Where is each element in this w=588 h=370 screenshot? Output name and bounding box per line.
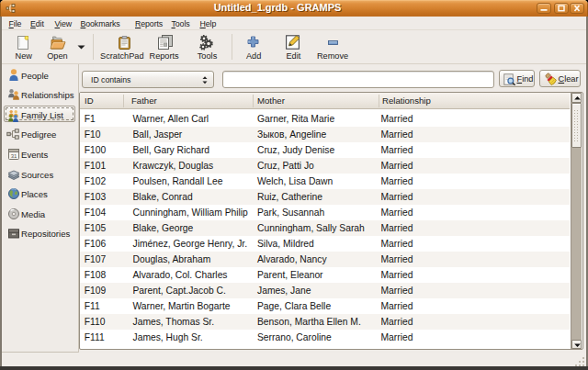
svg-text:31: 31 xyxy=(11,152,17,158)
